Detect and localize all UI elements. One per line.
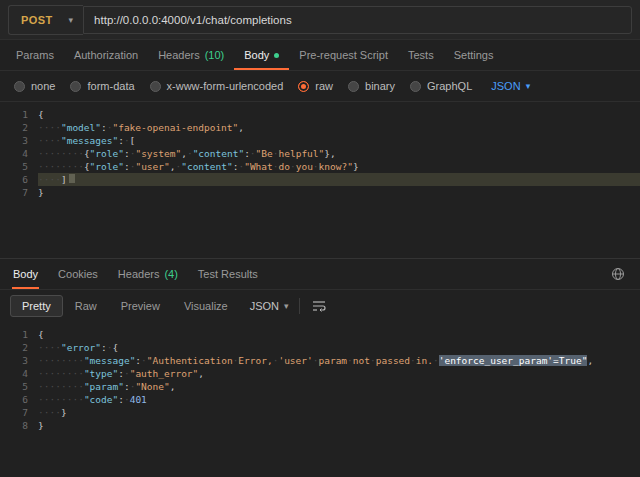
radio-icon	[410, 81, 421, 92]
view-visualize-button[interactable]: Visualize	[172, 295, 240, 317]
tab-pre-request-script[interactable]: Pre-request Script	[289, 40, 398, 70]
modified-dot-icon	[274, 53, 279, 58]
body-type-binary[interactable]: binary	[348, 80, 395, 92]
tab-tests[interactable]: Tests	[398, 40, 444, 70]
chevron-down-icon: ▾	[69, 15, 74, 25]
body-type-x-www-form-urlencoded[interactable]: x-www-form-urlencoded	[150, 80, 284, 92]
tab-params[interactable]: Params	[6, 40, 64, 70]
line-number: 4	[0, 367, 38, 380]
radio-icon	[14, 81, 25, 92]
response-tab-headers[interactable]: Headers (4)	[117, 259, 179, 289]
radio-icon	[150, 81, 161, 92]
tab-headers[interactable]: Headers (10)	[148, 40, 234, 70]
line-number: 8	[0, 419, 38, 432]
line-number: 2	[0, 121, 38, 134]
chevron-down-icon: ▾	[526, 81, 531, 91]
wrap-lines-icon[interactable]	[310, 296, 330, 316]
line-number: 2	[0, 341, 38, 354]
response-tabs: Body Cookies Headers (4) Test Results	[0, 258, 640, 290]
line-number: 4	[0, 147, 38, 160]
line-number: 5	[0, 380, 38, 393]
url-text: http://0.0.0.0:4000/v1/chat/completions	[94, 14, 292, 26]
line-number: 6	[0, 173, 38, 186]
body-type-graphql[interactable]: GraphQL	[410, 80, 472, 92]
code-line[interactable]: 5········{"role":·"user",·"content":·"Wh…	[0, 160, 640, 173]
code-line[interactable]: 6····]	[0, 173, 640, 186]
code-line[interactable]: 6········"code":·401	[0, 393, 640, 406]
code-line[interactable]: 7····}	[0, 406, 640, 419]
response-view-toolbar: Pretty Raw Preview Visualize JSON ▾	[0, 290, 640, 322]
response-body-editor[interactable]: 1{2····"error":·{3········"message":·"Au…	[0, 322, 640, 477]
radio-icon	[70, 81, 81, 92]
request-tabs: Params Authorization Headers (10) Body P…	[0, 40, 640, 71]
response-format-dropdown[interactable]: JSON ▾	[250, 300, 289, 312]
response-headers-count-badge: (4)	[164, 268, 177, 280]
tab-body[interactable]: Body	[234, 40, 289, 70]
body-type-none[interactable]: none	[14, 80, 55, 92]
tab-authorization[interactable]: Authorization	[64, 40, 148, 70]
code-line[interactable]: 4········{"role":·"system",·"content":·"…	[0, 147, 640, 160]
body-type-row: none form-data x-www-form-urlencoded raw…	[0, 71, 640, 102]
radio-icon	[348, 81, 359, 92]
code-line[interactable]: 1{	[0, 328, 640, 341]
view-raw-button[interactable]: Raw	[63, 295, 109, 317]
network-icon[interactable]	[608, 264, 628, 284]
code-line[interactable]: 2····"model":·"fake-openai-endpoint",	[0, 121, 640, 134]
tab-settings[interactable]: Settings	[444, 40, 504, 70]
view-preview-button[interactable]: Preview	[109, 295, 172, 317]
line-number: 1	[0, 328, 38, 341]
postman-app: POST ▾ http://0.0.0.0:4000/v1/chat/compl…	[0, 0, 640, 477]
url-input[interactable]: http://0.0.0.0:4000/v1/chat/completions	[83, 6, 632, 34]
line-number: 7	[0, 186, 38, 199]
line-number: 5	[0, 160, 38, 173]
response-header-actions	[608, 259, 628, 289]
headers-count-badge: (10)	[205, 49, 225, 61]
code-line[interactable]: 2····"error":·{	[0, 341, 640, 354]
method-dropdown[interactable]: POST ▾	[8, 5, 83, 35]
response-tab-test-results[interactable]: Test Results	[197, 259, 259, 289]
code-line[interactable]: 8}	[0, 419, 640, 432]
code-line[interactable]: 3····"messages":·[	[0, 134, 640, 147]
method-label: POST	[21, 14, 53, 26]
line-number: 3	[0, 134, 38, 147]
body-type-raw[interactable]: raw	[298, 80, 333, 92]
toolbar-divider	[299, 298, 300, 314]
code-line[interactable]: 3········"message":·"Authentication·Erro…	[0, 354, 640, 367]
code-line[interactable]: 1{	[0, 108, 640, 121]
code-line[interactable]: 7}	[0, 186, 640, 199]
request-body-editor[interactable]: 1{2····"model":·"fake-openai-endpoint",3…	[0, 102, 640, 258]
line-number: 7	[0, 406, 38, 419]
line-number: 6	[0, 393, 38, 406]
request-url-bar: POST ▾ http://0.0.0.0:4000/v1/chat/compl…	[0, 0, 640, 40]
line-number: 3	[0, 354, 38, 367]
response-tab-cookies[interactable]: Cookies	[57, 259, 99, 289]
code-line[interactable]: 5········"param":·"None",	[0, 380, 640, 393]
radio-selected-icon	[298, 81, 309, 92]
response-tab-body[interactable]: Body	[12, 259, 39, 289]
body-type-form-data[interactable]: form-data	[70, 80, 134, 92]
chevron-down-icon: ▾	[284, 301, 289, 311]
body-format-dropdown[interactable]: JSON ▾	[491, 80, 530, 92]
code-line[interactable]: 4········"type":·"auth_error",	[0, 367, 640, 380]
line-number: 1	[0, 108, 38, 121]
view-pretty-button[interactable]: Pretty	[10, 295, 63, 317]
